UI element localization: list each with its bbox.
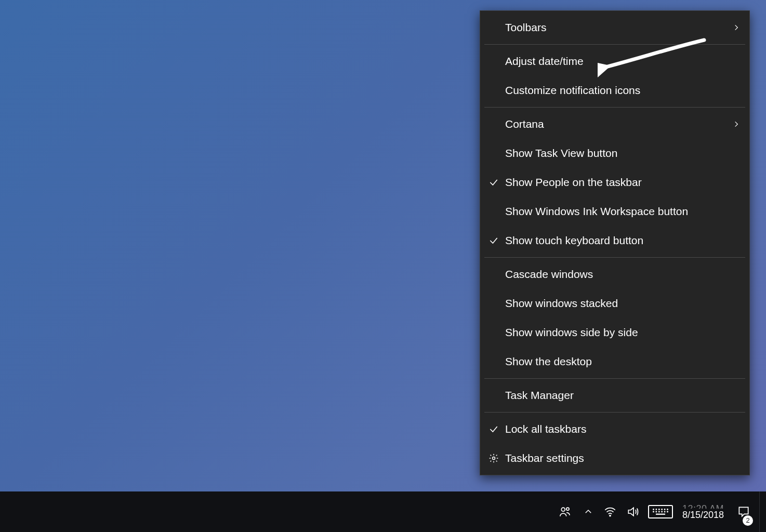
taskbar-system-tray: 12:20 AM 8/15/2018 2 xyxy=(553,491,766,532)
menu-item-adjust-date-time[interactable]: Adjust date/time xyxy=(480,47,749,76)
action-center-icon[interactable]: 2 xyxy=(731,491,756,532)
svg-point-0 xyxy=(561,508,565,511)
menu-item-toolbars[interactable]: Toolbars xyxy=(480,13,749,42)
menu-item-label: Customize notification icons xyxy=(505,84,640,97)
check-icon xyxy=(485,226,502,255)
svg-point-7 xyxy=(664,509,665,510)
action-center-badge: 2 xyxy=(743,515,753,526)
svg-point-11 xyxy=(658,511,659,512)
svg-point-5 xyxy=(658,509,659,510)
menu-item-show-windows-stacked[interactable]: Show windows stacked xyxy=(480,289,749,318)
menu-item-label: Show windows stacked xyxy=(505,297,618,310)
svg-point-9 xyxy=(653,511,654,512)
svg-point-2 xyxy=(610,515,611,516)
menu-item-taskbar-settings[interactable]: Taskbar settings xyxy=(480,444,749,473)
taskbar-clock-date: 8/15/2018 xyxy=(682,510,724,520)
svg-point-8 xyxy=(667,509,668,510)
menu-item-label: Show the desktop xyxy=(505,355,592,368)
svg-point-14 xyxy=(667,511,668,512)
menu-item-label: Taskbar settings xyxy=(505,452,584,464)
svg-point-12 xyxy=(662,511,663,512)
menu-item-label: Adjust date/time xyxy=(505,55,584,68)
taskbar: 12:20 AM 8/15/2018 2 xyxy=(0,491,766,532)
taskbar-clock-time: 12:20 AM xyxy=(682,503,724,509)
menu-item-show-windows-ink-workspace-button[interactable]: Show Windows Ink Workspace button xyxy=(480,197,749,226)
svg-point-1 xyxy=(566,508,569,510)
menu-item-show-the-desktop[interactable]: Show the desktop xyxy=(480,347,749,376)
menu-separator xyxy=(484,257,745,258)
menu-item-show-windows-side-by-side[interactable]: Show windows side by side xyxy=(480,318,749,347)
show-desktop-strip[interactable] xyxy=(759,491,763,532)
menu-item-label: Show touch keyboard button xyxy=(505,234,643,247)
svg-point-4 xyxy=(656,509,657,510)
taskbar-context-menu: Toolbars Adjust date/time Customize noti… xyxy=(480,10,750,475)
chevron-right-icon xyxy=(733,118,740,130)
chevron-right-icon xyxy=(733,22,740,33)
gear-icon xyxy=(485,444,502,473)
menu-item-cortana[interactable]: Cortana xyxy=(480,110,749,139)
menu-separator xyxy=(484,107,745,108)
taskbar-clock[interactable]: 12:20 AM 8/15/2018 xyxy=(678,491,728,532)
menu-item-lock-all-taskbars[interactable]: Lock all taskbars xyxy=(480,415,749,444)
menu-item-customize-notification-icons[interactable]: Customize notification icons xyxy=(480,76,749,105)
menu-item-show-touch-keyboard-button[interactable]: Show touch keyboard button xyxy=(480,226,749,255)
check-icon xyxy=(485,415,502,444)
tray-overflow-chevron-icon[interactable] xyxy=(579,491,597,532)
menu-item-show-people-on-taskbar[interactable]: Show People on the taskbar xyxy=(480,168,749,197)
people-icon[interactable] xyxy=(553,491,576,532)
svg-point-16 xyxy=(493,457,495,460)
menu-item-label: Cortana xyxy=(505,118,544,130)
svg-point-6 xyxy=(662,509,663,510)
svg-point-10 xyxy=(656,511,657,512)
menu-separator xyxy=(484,378,745,379)
svg-point-13 xyxy=(664,511,665,512)
menu-item-show-task-view-button[interactable]: Show Task View button xyxy=(480,139,749,168)
svg-point-3 xyxy=(653,509,654,510)
menu-item-cascade-windows[interactable]: Cascade windows xyxy=(480,260,749,289)
svg-rect-15 xyxy=(656,514,665,515)
menu-item-label: Show People on the taskbar xyxy=(505,176,642,189)
menu-item-label: Show Task View button xyxy=(505,147,617,159)
touch-keyboard-icon[interactable] xyxy=(646,491,675,532)
menu-item-label: Toolbars xyxy=(505,21,546,34)
menu-separator xyxy=(484,44,745,45)
check-icon xyxy=(485,168,502,197)
volume-icon[interactable] xyxy=(623,491,643,532)
menu-item-label: Cascade windows xyxy=(505,268,593,281)
menu-item-label: Lock all taskbars xyxy=(505,423,586,435)
menu-item-task-manager[interactable]: Task Manager xyxy=(480,381,749,410)
menu-item-label: Task Manager xyxy=(505,389,574,402)
menu-item-label: Show windows side by side xyxy=(505,326,638,339)
menu-separator xyxy=(484,412,745,413)
menu-item-label: Show Windows Ink Workspace button xyxy=(505,205,688,218)
wifi-icon[interactable] xyxy=(600,491,620,532)
